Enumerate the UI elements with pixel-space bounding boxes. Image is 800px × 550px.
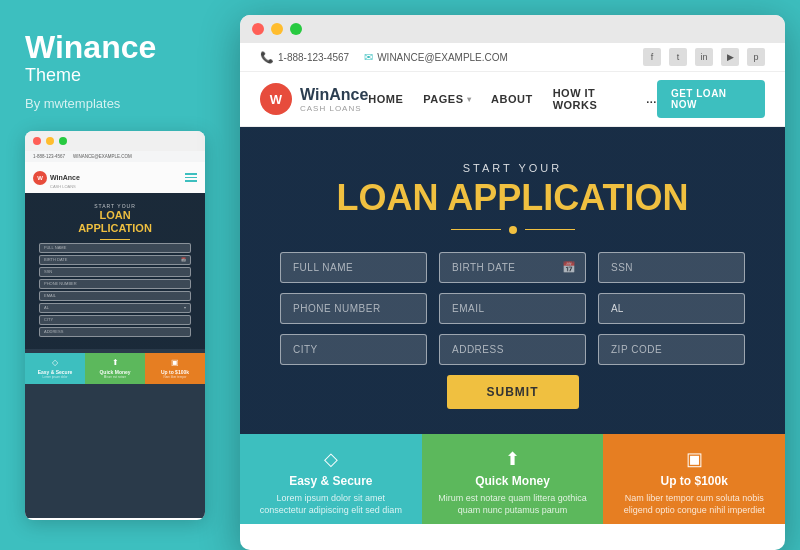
social-facebook[interactable]: f: [643, 48, 661, 66]
mini-card-100k-text: Nam liber tempor: [149, 375, 201, 379]
mini-input-phone: PHONE NUMBER: [39, 279, 191, 289]
mini-input-fullname: FULL NAME: [39, 243, 191, 253]
mini-form-row-2: BIRTH DATE 📅: [33, 255, 197, 265]
100k-text: Nam liber tempor cum soluta nobis eligen…: [619, 492, 769, 517]
mini-logo-sub: CASH LOANS: [50, 184, 80, 189]
logo-icon: W: [260, 83, 292, 115]
mini-logo: W WinAnce CASH LOANS: [33, 166, 80, 189]
get-loan-button[interactable]: GET LOAN NOW: [657, 80, 765, 118]
nav-more[interactable]: ...: [646, 93, 657, 105]
easy-title: Easy & Secure: [289, 474, 372, 488]
nav-pages[interactable]: PAGES ▾: [423, 93, 471, 105]
fullname-input[interactable]: [280, 252, 427, 283]
dot-green: [290, 23, 302, 35]
site-navbar: W WinAnce CASH LOANS HOME PAGES ▾ ABOUT …: [240, 72, 785, 127]
easy-icon: ◇: [324, 448, 338, 470]
topbar-phone-number: 1-888-123-4567: [278, 52, 349, 63]
nav-home[interactable]: HOME: [368, 93, 403, 105]
mini-dot-red: [33, 137, 41, 145]
mini-form-row-4: PHONE NUMBER: [33, 279, 197, 289]
topbar-social: f t in ▶ p: [643, 48, 765, 66]
mini-browser-content: 1-888-123-4567 WINANCE@EXAMPLE.COM W Win…: [25, 151, 205, 518]
form-field-email: [439, 293, 586, 324]
feature-card-easy: ◇ Easy & Secure Lorem ipsum dolor sit am…: [240, 434, 422, 524]
mini-input-city: CITY: [39, 315, 191, 325]
form-field-fullname: [280, 252, 427, 283]
social-linkedin[interactable]: in: [695, 48, 713, 66]
form-field-ssn: [598, 252, 745, 283]
logo-sub-text: CASH LOANS: [300, 104, 368, 113]
brand-subtitle: Theme: [25, 65, 205, 86]
mini-hamburger-icon[interactable]: [185, 173, 197, 182]
mini-hero-title: LOANAPPLICATION: [33, 209, 197, 235]
social-twitter[interactable]: t: [669, 48, 687, 66]
mini-dot-yellow: [46, 137, 54, 145]
hero-divider-line-right: [525, 229, 575, 230]
mini-card-easy-text: Lorem ipsum dolor: [29, 375, 81, 379]
zip-input[interactable]: [598, 334, 745, 365]
mini-topbar: 1-888-123-4567 WINANCE@EXAMPLE.COM: [25, 151, 205, 162]
topbar-phone: 📞 1-888-123-4567: [260, 51, 349, 64]
nav-pages-arrow: ▾: [467, 95, 472, 104]
brand-author: By mwtemplates: [25, 96, 205, 111]
mini-card-100k: ▣ Up to $100k Nam liber tempor: [145, 353, 205, 384]
dot-red: [252, 23, 264, 35]
100k-title: Up to $100k: [661, 474, 728, 488]
email-input[interactable]: [439, 293, 586, 324]
feature-card-100k: ▣ Up to $100k Nam liber tempor cum solut…: [603, 434, 785, 524]
mini-navbar: W WinAnce CASH LOANS: [25, 162, 205, 193]
ssn-input[interactable]: [598, 252, 745, 283]
hero-title: LOAN APPLICATION: [280, 178, 745, 218]
hero-divider: [280, 226, 745, 234]
mini-card-easy-icon: ◇: [29, 358, 81, 367]
nav-about[interactable]: ABOUT: [491, 93, 533, 105]
left-panel: Winance Theme By mwtemplates 1-888-123-4…: [0, 0, 230, 550]
submit-wrap: SUBMIT: [280, 375, 745, 409]
form-field-zip: [598, 334, 745, 365]
hero-section: START YOUR LOAN APPLICATION 📅: [240, 127, 785, 434]
address-input[interactable]: [439, 334, 586, 365]
right-panel: 📞 1-888-123-4567 ✉ WINANCE@EXAMPLE.COM f…: [230, 0, 800, 550]
mini-input-birthdate: BIRTH DATE 📅: [39, 255, 191, 265]
mini-select-state: AL ▾: [39, 303, 191, 313]
feature-card-quick: ⬆ Quick Money Mirum est notare quam litt…: [422, 434, 604, 524]
phone-input[interactable]: [280, 293, 427, 324]
mini-hero: START YOUR LOANAPPLICATION FULL NAME BIR…: [25, 193, 205, 348]
mini-hero-divider: [100, 239, 130, 240]
form-field-birthdate: 📅: [439, 252, 586, 283]
quick-title: Quick Money: [475, 474, 550, 488]
form-row-2: AL AK AZ: [280, 293, 745, 324]
mini-browser-bar: [25, 131, 205, 151]
mini-card-quick: ⬆ Quick Money Mirum est notare: [85, 353, 145, 384]
nav-how-it-works[interactable]: HOW IT WORKS: [553, 87, 627, 111]
city-input[interactable]: [280, 334, 427, 365]
mini-topbar-left: 1-888-123-4567 WINANCE@EXAMPLE.COM: [33, 154, 132, 159]
quick-text: Mirum est notare quam littera gothica qu…: [438, 492, 588, 517]
mini-card-quick-text: Mirum est notare: [89, 375, 141, 379]
form-row-1: 📅: [280, 252, 745, 283]
mini-form-row-7: CITY: [33, 315, 197, 325]
mini-logo-main: WinAnce: [50, 174, 80, 181]
hero-divider-line-left: [451, 229, 501, 230]
social-pinterest[interactable]: p: [747, 48, 765, 66]
submit-button[interactable]: SUBMIT: [447, 375, 579, 409]
email-icon: ✉: [364, 51, 373, 64]
logo-main-text: WinAnce: [300, 86, 368, 104]
mini-form-row-5: EMAIL: [33, 291, 197, 301]
site-topbar: 📞 1-888-123-4567 ✉ WINANCE@EXAMPLE.COM f…: [240, 43, 785, 72]
calendar-icon: 📅: [562, 261, 576, 274]
quick-icon: ⬆: [505, 448, 520, 470]
social-youtube[interactable]: ▶: [721, 48, 739, 66]
hero-pretitle: START YOUR: [280, 162, 745, 174]
mini-form-row-3: SSN: [33, 267, 197, 277]
state-select[interactable]: AL AK AZ: [598, 293, 745, 324]
mini-card-100k-icon: ▣: [149, 358, 201, 367]
dot-yellow: [271, 23, 283, 35]
form-field-address: [439, 334, 586, 365]
form-row-3: [280, 334, 745, 365]
phone-icon: 📞: [260, 51, 274, 64]
mini-input-email: EMAIL: [39, 291, 191, 301]
feature-cards: ◇ Easy & Secure Lorem ipsum dolor sit am…: [240, 434, 785, 524]
mini-feature-cards: ◇ Easy & Secure Lorem ipsum dolor ⬆ Quic…: [25, 353, 205, 384]
navbar-menu: HOME PAGES ▾ ABOUT HOW IT WORKS ...: [368, 87, 657, 111]
